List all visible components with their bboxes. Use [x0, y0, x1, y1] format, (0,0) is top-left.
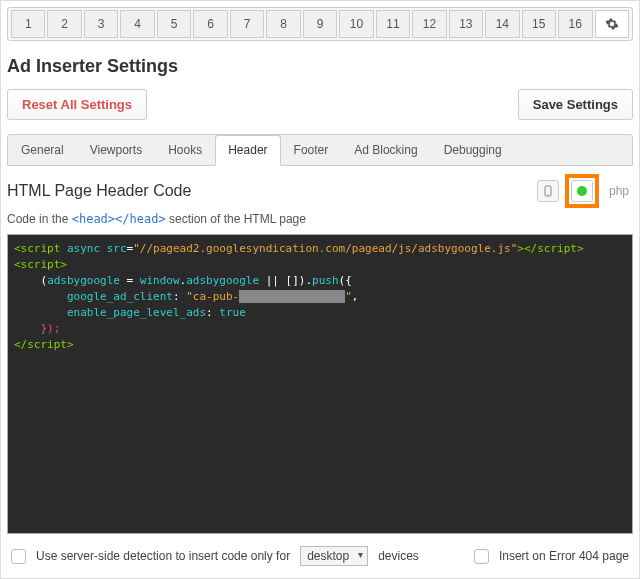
phone-icon: [542, 184, 554, 198]
section-header: HTML Page Header Code php: [7, 174, 633, 208]
section-title: HTML Page Header Code: [7, 182, 191, 200]
page-title: Ad Inserter Settings: [7, 56, 633, 77]
block-tab-2[interactable]: 2: [47, 10, 81, 38]
subtitle-tag: <head></head>: [72, 212, 166, 226]
block-tab-10[interactable]: 10: [339, 10, 373, 38]
block-tab-3[interactable]: 3: [84, 10, 118, 38]
block-tab-1[interactable]: 1: [11, 10, 45, 38]
reset-all-button[interactable]: Reset All Settings: [7, 89, 147, 120]
tab-footer[interactable]: Footer: [281, 135, 342, 165]
block-tab-16[interactable]: 16: [558, 10, 592, 38]
device-detect-button[interactable]: [537, 180, 559, 202]
tab-viewports[interactable]: Viewports: [77, 135, 155, 165]
block-tabs: 1 2 3 4 5 6 7 8 9 10 11 12 13 14 15 16: [7, 7, 633, 41]
subtitle: Code in the <head></head> section of the…: [7, 212, 633, 226]
block-tab-5[interactable]: 5: [157, 10, 191, 38]
tab-header[interactable]: Header: [215, 135, 280, 166]
code-editor[interactable]: <script async src="//pagead2.googlesyndi…: [7, 234, 633, 534]
save-settings-button[interactable]: Save Settings: [518, 89, 633, 120]
section-tabs: General Viewports Hooks Header Footer Ad…: [7, 134, 633, 166]
tab-ad-blocking[interactable]: Ad Blocking: [341, 135, 430, 165]
block-tab-8[interactable]: 8: [266, 10, 300, 38]
settings-tab[interactable]: [595, 10, 629, 38]
highlight-box: [565, 174, 599, 208]
tab-hooks[interactable]: Hooks: [155, 135, 215, 165]
block-tab-4[interactable]: 4: [120, 10, 154, 38]
block-tab-12[interactable]: 12: [412, 10, 446, 38]
server-side-label: Use server-side detection to insert code…: [36, 549, 290, 563]
subtitle-b: section of the HTML page: [166, 212, 306, 226]
server-side-checkbox[interactable]: [11, 549, 26, 564]
block-tab-15[interactable]: 15: [522, 10, 556, 38]
block-tab-6[interactable]: 6: [193, 10, 227, 38]
block-tab-14[interactable]: 14: [485, 10, 519, 38]
insert-404-label: Insert on Error 404 page: [499, 549, 629, 563]
enable-toggle[interactable]: [571, 180, 593, 202]
svg-point-1: [547, 194, 548, 195]
insert-404-checkbox[interactable]: [474, 549, 489, 564]
status-dot-icon: [577, 186, 587, 196]
device-select[interactable]: desktop: [300, 546, 368, 566]
block-tab-9[interactable]: 9: [303, 10, 337, 38]
tab-debugging[interactable]: Debugging: [431, 135, 515, 165]
tab-general[interactable]: General: [8, 135, 77, 165]
settings-panel: 1 2 3 4 5 6 7 8 9 10 11 12 13 14 15 16 A…: [0, 0, 640, 579]
bottom-options: Use server-side detection to insert code…: [7, 534, 633, 572]
header-controls: php: [537, 174, 633, 208]
block-tab-13[interactable]: 13: [449, 10, 483, 38]
action-buttons: Reset All Settings Save Settings: [7, 89, 633, 120]
block-tab-11[interactable]: 11: [376, 10, 410, 38]
devices-word: devices: [378, 549, 419, 563]
php-label[interactable]: php: [605, 184, 633, 198]
gear-icon: [605, 17, 619, 31]
subtitle-a: Code in the: [7, 212, 72, 226]
block-tab-7[interactable]: 7: [230, 10, 264, 38]
